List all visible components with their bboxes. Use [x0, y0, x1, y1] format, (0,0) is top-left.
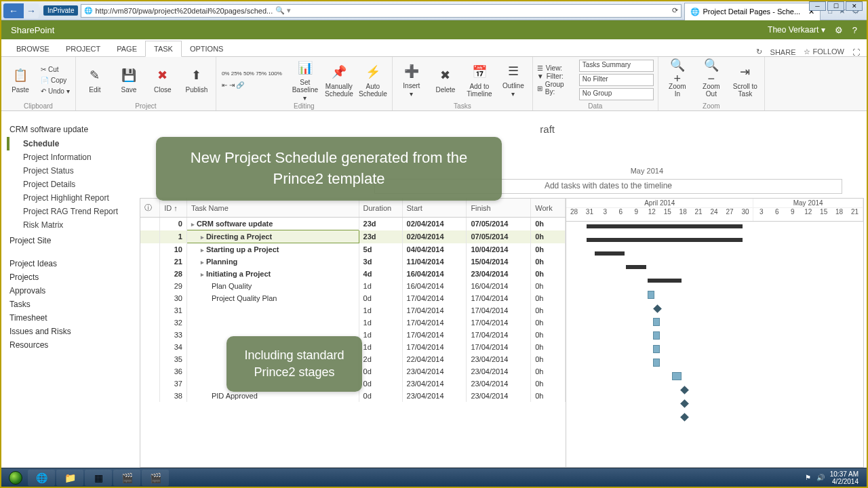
table-row[interactable]: 28▸Initiating a Project4d16/04/201423/04…: [140, 268, 566, 280]
system-clock[interactable]: 10:37 AM 4/2/2014: [830, 470, 859, 485]
col-start[interactable]: Start: [402, 199, 467, 218]
table-row[interactable]: 29Plan Quality1d16/04/201416/04/20140h: [140, 280, 566, 292]
col-work[interactable]: Work: [531, 199, 566, 218]
paste-button[interactable]: 📋Paste: [5, 66, 35, 94]
settings-icon[interactable]: ⚙: [835, 25, 843, 35]
sharepoint-brand: SharePoint: [11, 25, 54, 35]
sidebar-item-details[interactable]: Project Details: [7, 178, 125, 191]
view-select[interactable]: Tasks Summary: [579, 60, 654, 72]
zoom-out-button[interactable]: 🔍−Zoom Out: [696, 63, 726, 98]
sidebar-item-highlight[interactable]: Project Highlight Report: [7, 191, 125, 205]
left-nav: CRM software update Schedule Project Inf…: [1, 111, 130, 468]
tray-volume-icon[interactable]: 🔊: [816, 474, 825, 481]
callout-main: New Project Schedule generated from the …: [156, 137, 502, 201]
filter-select[interactable]: No Filter: [579, 74, 654, 86]
sync-icon[interactable]: ↻: [756, 47, 762, 56]
table-row[interactable]: 321d17/04/201417/04/20140h: [140, 317, 566, 329]
col-duration[interactable]: Duration: [359, 199, 402, 218]
tray-flag-icon[interactable]: ⚑: [805, 474, 811, 481]
max-button[interactable]: ☐: [827, 1, 844, 11]
sidebar-item-schedule[interactable]: Schedule: [7, 137, 125, 150]
ribbon-tabs: BROWSE PROJECT PAGE TASK OPTIONS ↻ SHARE…: [1, 39, 867, 57]
table-row[interactable]: 10▸Starting up a Project5d04/04/201410/0…: [140, 243, 566, 256]
sidebar-project-name[interactable]: CRM software update: [9, 125, 122, 134]
sidebar-tasks[interactable]: Tasks: [9, 300, 122, 309]
sidebar-issues[interactable]: Issues and Risks: [9, 327, 122, 336]
close-button[interactable]: ✕: [846, 1, 863, 11]
cut-button[interactable]: ✂ Cut: [39, 64, 71, 75]
col-taskname[interactable]: Task Name: [186, 199, 359, 218]
table-row[interactable]: 30Project Quality Plan0d17/04/201417/04/…: [140, 292, 566, 304]
baseline-button[interactable]: 📊Set Baseline ▾: [290, 59, 320, 102]
taskbar-app[interactable]: 🎬: [113, 470, 140, 486]
delete-button[interactable]: ✖Delete: [431, 66, 460, 94]
group-label: Clipboard: [5, 102, 71, 110]
publish-button[interactable]: ⬆Publish: [182, 66, 212, 94]
ie-icon: 🌐: [84, 7, 92, 14]
sidebar-approvals[interactable]: Approvals: [9, 286, 122, 296]
taskbar-ie[interactable]: 🌐: [28, 470, 55, 486]
share-link[interactable]: SHARE: [770, 48, 796, 56]
browser-tab[interactable]: 🌐 Project Detail Pages - Sche... ✕: [684, 3, 821, 20]
tab-browse[interactable]: BROWSE: [8, 41, 58, 56]
zoom-in-button[interactable]: 🔍+Zoom In: [663, 63, 692, 98]
min-button[interactable]: ─: [809, 1, 826, 11]
tab-title: Project Detail Pages - Sche...: [703, 7, 800, 16]
sidebar-resources[interactable]: Resources: [9, 340, 122, 350]
gantt-chart[interactable]: April 2014 283136912151821242730 May 201…: [566, 199, 863, 467]
col-finish[interactable]: Finish: [467, 199, 531, 218]
windows-taskbar: 🌐 📁 ▦ 🎬 🎬 ⚑ 🔊 10:37 AM 4/2/2014: [1, 468, 867, 487]
close-button[interactable]: ✖Close: [148, 66, 178, 94]
forward-button[interactable]: →: [24, 3, 39, 18]
taskbar-app[interactable]: ▦: [85, 470, 112, 486]
group-label: Editing: [220, 102, 388, 110]
copy-button[interactable]: 📄 Copy: [39, 75, 71, 85]
tab-options[interactable]: OPTIONS: [182, 41, 232, 56]
tab-task[interactable]: TASK: [145, 41, 182, 57]
pct-buttons[interactable]: 0% 25% 50% 75% 100%: [220, 70, 283, 78]
save-button[interactable]: 💾Save: [114, 66, 144, 94]
sidebar-project-site[interactable]: Project Site: [9, 236, 122, 245]
user-menu[interactable]: Theo Verkaart ▾: [768, 25, 825, 35]
sidebar-item-risk[interactable]: Risk Matrix: [7, 218, 125, 232]
sidebar-item-rag[interactable]: Project RAG Trend Report: [7, 205, 125, 218]
col-id[interactable]: ID ↑: [160, 199, 187, 218]
tab-project[interactable]: PROJECT: [58, 41, 108, 56]
col-info[interactable]: ⓘ: [140, 199, 160, 218]
follow-link[interactable]: ☆ FOLLOW: [804, 47, 844, 56]
callout-stages: Including standard Prince2 stages: [226, 336, 362, 392]
scroll-task-button[interactable]: ⇥Scroll to Task: [730, 63, 760, 98]
focus-icon[interactable]: ⛶: [852, 48, 860, 56]
table-row[interactable]: 1▸Directing a Project23d02/04/201407/05/…: [140, 230, 566, 243]
insert-button[interactable]: ➕Insert ▾: [397, 62, 427, 98]
table-row[interactable]: 311d17/04/201417/04/20140h: [140, 304, 566, 317]
browser-chrome: ← → InPrivate 🌐 http://vm870/pwa/project…: [1, 1, 867, 20]
edit-button[interactable]: ✎Edit: [80, 66, 110, 94]
sidebar-item-status[interactable]: Project Status: [7, 164, 125, 178]
sidebar-projects[interactable]: Projects: [9, 272, 122, 282]
manual-schedule-button[interactable]: 📌Manually Schedule: [324, 63, 354, 98]
sharepoint-header: SharePoint Theo Verkaart ▾ ⚙ ?: [1, 20, 867, 39]
group-select[interactable]: No Group: [579, 88, 654, 100]
table-row[interactable]: 21▸Planning3d11/04/201415/04/20140h: [140, 256, 566, 268]
inprivate-badge: InPrivate: [43, 5, 78, 16]
outline-button[interactable]: ☰Outline ▾: [498, 62, 528, 98]
sidebar-timesheet[interactable]: Timesheet: [9, 313, 122, 323]
sidebar-ideas[interactable]: Project Ideas: [9, 259, 122, 268]
start-button[interactable]: [4, 470, 27, 486]
table-row[interactable]: 0▸CRM software update23d02/04/201407/05/…: [140, 218, 566, 230]
help-icon[interactable]: ?: [852, 25, 857, 35]
back-button[interactable]: ←: [3, 3, 24, 18]
status-text: raft: [540, 123, 555, 135]
taskbar-app[interactable]: 🎬: [142, 470, 169, 486]
add-timeline-button[interactable]: 📅Add to Timeline: [465, 63, 494, 98]
tab-page[interactable]: PAGE: [108, 41, 145, 56]
auto-schedule-button[interactable]: ⚡Auto Schedule: [358, 63, 388, 98]
undo-button[interactable]: ↶ Undo ▾: [39, 86, 71, 96]
indent-buttons[interactable]: ⇤ ⇥ 🔗: [220, 80, 283, 90]
sidebar-item-info[interactable]: Project Information: [7, 150, 125, 164]
address-bar[interactable]: 🌐 http://vm870/pwa/project%20detail%20pa…: [81, 4, 682, 18]
task-grid[interactable]: ⓘ ID ↑ Task Name Duration Start Finish W…: [140, 199, 566, 467]
taskbar-explorer[interactable]: 📁: [56, 470, 83, 486]
refresh-icon[interactable]: ⟳: [672, 6, 678, 15]
